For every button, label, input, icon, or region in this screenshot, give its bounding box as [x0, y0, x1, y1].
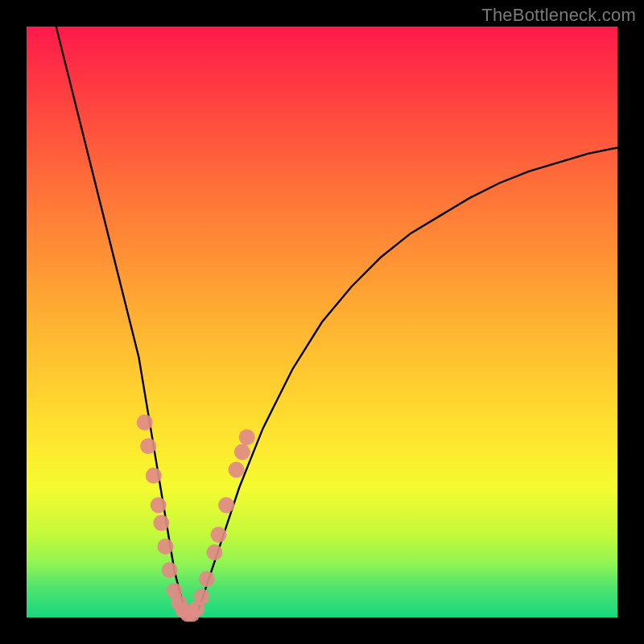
highlight-dot	[162, 562, 178, 578]
highlight-dot	[153, 515, 169, 531]
chart-svg	[27, 27, 617, 617]
highlight-dot	[157, 539, 173, 555]
highlight-dot	[199, 571, 215, 587]
highlight-dot	[146, 468, 162, 484]
highlight-dot	[151, 497, 167, 514]
chart-plot-area	[27, 27, 617, 617]
highlight-dot	[218, 497, 234, 514]
highlight-dot	[211, 526, 227, 543]
highlight-dot	[140, 438, 156, 454]
watermark-text: TheBottleneck.com	[481, 5, 636, 26]
highlight-dot	[206, 544, 222, 560]
bottleneck-curve	[56, 27, 617, 617]
highlight-dot	[229, 462, 245, 478]
highlight-dot	[239, 429, 255, 445]
highlight-dot	[234, 444, 250, 460]
highlight-dot	[137, 415, 153, 431]
highlight-dot	[193, 588, 209, 605]
highlight-dots-group	[137, 415, 255, 622]
